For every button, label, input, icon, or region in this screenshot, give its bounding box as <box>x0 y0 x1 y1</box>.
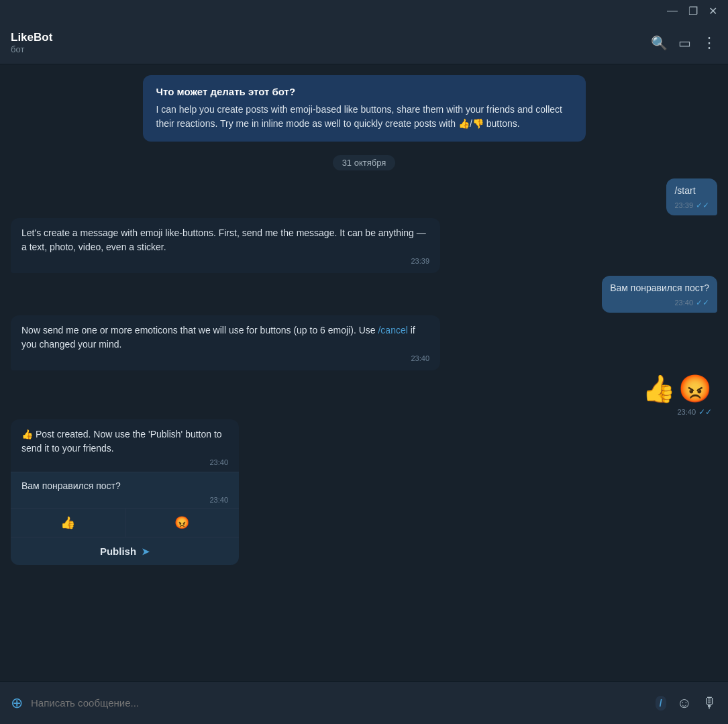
search-icon[interactable]: 🔍 <box>651 35 668 51</box>
emoji-thumbsup: 👍 <box>642 373 676 405</box>
intro-text: I can help you create posts with emoji-b… <box>156 103 572 131</box>
message-time: 23:40 <box>411 354 429 362</box>
user-emoji-message: 👍 😡 23:40 ✓✓ <box>642 373 717 417</box>
message-text: Let's create a message with emoji like-b… <box>21 226 429 254</box>
bot-label: бот <box>11 44 651 54</box>
like-button[interactable]: 👍 <box>11 509 125 537</box>
message-time: 23:40 <box>209 458 228 466</box>
mic-icon[interactable]: 🎙 <box>703 694 717 712</box>
user-message-start: /start 23:39 ✓✓ <box>666 178 717 215</box>
preview-text: Вам понравился пост? <box>21 479 228 493</box>
message-text: Вам понравился пост? <box>610 281 709 295</box>
intro-title: Что может делать этот бот? <box>156 86 572 97</box>
read-check: ✓✓ <box>696 201 709 210</box>
input-right-icons: / ☺ 🎙 <box>656 694 717 712</box>
message-meta: 23:40 <box>21 458 228 466</box>
close-button[interactable]: ✕ <box>703 2 723 20</box>
header-actions: 🔍 ▭ ⋮ <box>651 34 717 52</box>
post-preview: Вам понравился пост? 23:40 <box>11 472 239 508</box>
bot-name: LikeBot <box>11 31 651 44</box>
chat-area: Что может делать этот бот? I can help yo… <box>0 64 728 681</box>
bot-info: LikeBot бот <box>11 31 651 54</box>
message-input[interactable] <box>31 697 647 709</box>
titlebar: — ❐ ✕ <box>0 0 728 21</box>
emoji-angry: 😡 <box>678 373 712 405</box>
bot-message-create: Let's create a message with emoji like-b… <box>11 218 440 273</box>
message-text: Now send me one or more emoticons that w… <box>21 323 429 352</box>
preview-meta: 23:40 <box>21 496 228 504</box>
read-check: ✓✓ <box>696 298 709 307</box>
maximize-button[interactable]: ❐ <box>683 2 703 20</box>
more-options-icon[interactable]: ⋮ <box>702 34 717 52</box>
post-created-text: 👍 Post created. Now use the 'Publish' bu… <box>21 427 228 456</box>
preview-time: 23:40 <box>209 496 228 504</box>
message-meta: 23:40 ✓✓ <box>610 298 709 307</box>
bot-intro-message: Что может делать этот бот? I can help yo… <box>143 75 586 142</box>
minimize-button[interactable]: — <box>662 2 683 19</box>
columns-icon[interactable]: ▭ <box>678 35 691 51</box>
input-area: ⊕ / ☺ 🎙 <box>0 681 728 724</box>
message-meta: 23:39 <box>21 257 429 265</box>
message-meta: 23:39 ✓✓ <box>674 201 709 210</box>
message-meta: 23:40 <box>21 354 429 362</box>
emoji-icon[interactable]: ☺ <box>677 694 692 712</box>
publish-button[interactable]: Publish ➤ <box>11 537 239 565</box>
message-time: 23:40 <box>674 299 693 307</box>
message-meta: 23:40 ✓✓ <box>677 407 712 417</box>
publish-label: Publish <box>100 546 136 557</box>
chat-header: LikeBot бот 🔍 ▭ ⋮ <box>0 21 728 64</box>
publish-arrow-icon: ➤ <box>142 546 150 557</box>
user-message-post: Вам понравился пост? 23:40 ✓✓ <box>602 276 717 313</box>
message-time: 23:40 <box>677 408 696 416</box>
read-check: ✓✓ <box>698 407 712 417</box>
date-divider: 31 октября <box>333 155 396 170</box>
bot-message-emoji-prompt: Now send me one or more emoticons that w… <box>11 315 440 370</box>
bot-card-body: 👍 Post created. Now use the 'Publish' bu… <box>11 419 239 472</box>
inline-button-row: 👍 😡 <box>11 508 239 537</box>
attach-icon[interactable]: ⊕ <box>11 694 23 712</box>
publish-row: Publish ➤ <box>11 537 239 565</box>
bot-post-card: 👍 Post created. Now use the 'Publish' bu… <box>11 419 239 565</box>
message-text: /start <box>674 184 709 198</box>
message-time: 23:39 <box>411 257 429 265</box>
cancel-link[interactable]: /cancel <box>378 325 407 335</box>
angry-button[interactable]: 😡 <box>125 509 240 537</box>
command-icon[interactable]: / <box>656 696 666 711</box>
emoji-row: 👍 😡 <box>642 373 712 405</box>
message-time: 23:39 <box>674 201 693 209</box>
